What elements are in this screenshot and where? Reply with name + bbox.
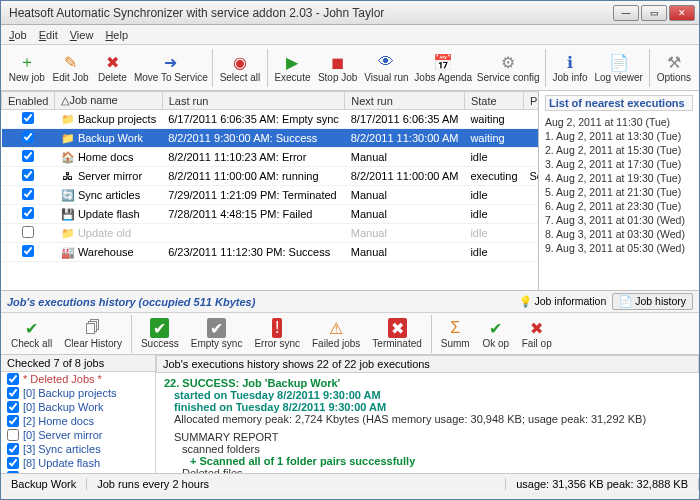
checklist-item[interactable]: [0] Server mirror	[1, 428, 155, 442]
checklist-item[interactable]: [0] Update old	[1, 470, 155, 473]
menu-help[interactable]: Help	[105, 29, 128, 41]
table-row[interactable]: 📁Backup projects 6/17/2011 6:06:35 AM: E…	[2, 110, 540, 129]
enable-checkbox[interactable]	[22, 207, 34, 219]
enable-checkbox[interactable]	[22, 131, 34, 143]
log-line: scanned folders	[182, 443, 691, 455]
menubar: Job Edit View Help	[1, 25, 699, 45]
table-row[interactable]: 🔄Sync articles 7/29/2011 1:21:09 PM: Ter…	[2, 186, 540, 205]
jobinfo-tab[interactable]: 💡 Job information	[519, 295, 607, 308]
enable-checkbox[interactable]	[22, 112, 34, 124]
menu-job[interactable]: Job	[9, 29, 27, 41]
checklist-item[interactable]: [0] Backup Work	[1, 400, 155, 414]
checklist-checkbox[interactable]	[7, 415, 19, 427]
maximize-button[interactable]: ▭	[641, 5, 667, 21]
table-row[interactable]: 🏭Warehouse 6/23/2011 11:12:30 PM: Succes…	[2, 243, 540, 262]
checklist-checkbox[interactable]	[7, 373, 19, 385]
enable-checkbox[interactable]	[22, 245, 34, 257]
filter-success-button[interactable]: ✔Success	[135, 316, 185, 351]
checklist-item[interactable]: [0] Backup projects	[1, 386, 155, 400]
toolbar-sep	[267, 49, 268, 87]
options-button[interactable]: ⚒Options	[653, 50, 695, 85]
col-nextrun[interactable]: Next run	[345, 92, 465, 110]
newjob-button[interactable]: ＋New job	[5, 50, 49, 85]
failop-button[interactable]: ✖Fail op	[516, 316, 558, 351]
table-row[interactable]: 📁Update old Manualidle	[2, 224, 540, 243]
toolbar-sep	[649, 49, 650, 87]
col-progress[interactable]: Progress	[524, 92, 540, 110]
log-line: finished on Tuesday 8/2/2011 9:30:00 AM	[174, 401, 691, 413]
log-icon: 📄	[609, 52, 629, 72]
jobinfo-button[interactable]: ℹJob info	[549, 50, 592, 85]
nearest-item: 9. Aug 3, 2011 at 05:30 (Wed)	[545, 241, 693, 255]
checklist-checkbox[interactable]	[7, 457, 19, 469]
stopjob-button[interactable]: ◼Stop Job	[314, 50, 361, 85]
job-icon: 🏭	[61, 246, 75, 259]
menu-view[interactable]: View	[70, 29, 94, 41]
jobhistory-tab[interactable]: 📄 Job history	[612, 293, 693, 310]
okop-icon: ✔	[489, 318, 502, 338]
table-row[interactable]: 💾Update flash 7/28/2011 4:48:15 PM: Fail…	[2, 205, 540, 224]
jobsagenda-button[interactable]: 📅Jobs Agenda	[412, 50, 475, 85]
checklist-item[interactable]: * Deleted Jobs *	[1, 372, 155, 386]
col-lastrun[interactable]: Last run	[162, 92, 345, 110]
job-icon: 💾	[61, 208, 75, 221]
nearest-item: 5. Aug 2, 2011 at 21:30 (Tue)	[545, 185, 693, 199]
checklist-checkbox[interactable]	[7, 429, 19, 441]
empty-icon: ✔	[207, 318, 226, 338]
filter-errorsync-button[interactable]: !Error sync	[248, 316, 306, 351]
table-row[interactable]: 🖧Server mirror 8/2/2011 11:00:00 AM: run…	[2, 167, 540, 186]
checklist-checkbox[interactable]	[7, 387, 19, 399]
calendar-icon: 📅	[433, 52, 453, 72]
col-enabled[interactable]: Enabled	[2, 92, 55, 110]
serviceconfig-button[interactable]: ⚙Service config	[475, 50, 542, 85]
status-bar: Backup Work Job runs every 2 hours usage…	[1, 473, 699, 493]
info-icon: ℹ	[567, 52, 573, 72]
status-usage: usage: 31,356 KB peak: 32,888 KB	[506, 478, 699, 490]
eye-icon: 👁	[378, 52, 394, 72]
filter-terminated-button[interactable]: ✖Terminated	[366, 316, 427, 351]
clearhistory-button[interactable]: 🗍Clear History	[58, 316, 128, 351]
enable-checkbox[interactable]	[22, 150, 34, 162]
editjob-button[interactable]: ✎Edit Job	[49, 50, 93, 85]
checklist-checkbox[interactable]	[7, 401, 19, 413]
menu-edit[interactable]: Edit	[39, 29, 58, 41]
checkall-button[interactable]: ✔Check all	[5, 316, 58, 351]
col-state[interactable]: State	[464, 92, 523, 110]
execution-log[interactable]: Job's executions history shows 22 of 22 …	[156, 355, 699, 473]
selectall-button[interactable]: ◉Select all	[216, 50, 264, 85]
jobs-grid[interactable]: Enabled △Job name Last run Next run Stat…	[1, 91, 539, 290]
enable-checkbox[interactable]	[22, 188, 34, 200]
filter-failed-button[interactable]: ⚠Failed jobs	[306, 316, 366, 351]
sum-icon: Σ	[450, 318, 460, 338]
logviewer-button[interactable]: 📄Log viewer	[591, 50, 645, 85]
table-row[interactable]: 📁Backup Work 8/2/2011 9:30:00 AM: Succes…	[2, 129, 540, 148]
bottom-split: Checked 7 of 8 jobs * Deleted Jobs * [0]…	[1, 355, 699, 473]
failed-icon: ⚠	[329, 318, 343, 338]
execute-button[interactable]: ▶Execute	[271, 50, 315, 85]
checklist-item[interactable]: [8] Update flash	[1, 456, 155, 470]
checklist-item[interactable]: [2] Home docs	[1, 414, 155, 428]
job-icon: 🏠	[61, 151, 75, 164]
movetoservice-button[interactable]: ➜Move To Service	[132, 50, 209, 85]
enable-checkbox[interactable]	[22, 169, 34, 181]
enable-checkbox[interactable]	[22, 226, 34, 238]
close-button[interactable]: ✕	[669, 5, 695, 21]
log-line: Deleted files	[182, 467, 691, 473]
window-buttons: — ▭ ✕	[613, 5, 695, 21]
summ-button[interactable]: ΣSumm	[435, 316, 476, 351]
filter-emptysync-button[interactable]: ✔Empty sync	[185, 316, 249, 351]
visualrun-button[interactable]: 👁Visual run	[361, 50, 412, 85]
log-line: started on Tuesday 8/2/2011 9:30:00 AM	[174, 389, 691, 401]
log-line: SUMMARY REPORT	[174, 431, 691, 443]
col-jobname[interactable]: △Job name	[55, 92, 162, 110]
table-row[interactable]: 🏠Home docs 8/2/2011 11:10:23 AM: ErrorMa…	[2, 148, 540, 167]
checklist-checkbox[interactable]	[7, 471, 19, 473]
delete-button[interactable]: ✖Delete	[92, 50, 132, 85]
nearest-item: 3. Aug 2, 2011 at 17:30 (Tue)	[545, 157, 693, 171]
history-header: Job's executions history (occupied 511 K…	[1, 291, 699, 313]
checklist-checkbox[interactable]	[7, 443, 19, 455]
okop-button[interactable]: ✔Ok op	[476, 316, 516, 351]
nearest-item: 1. Aug 2, 2011 at 13:30 (Tue)	[545, 129, 693, 143]
minimize-button[interactable]: —	[613, 5, 639, 21]
checklist-item[interactable]: [3] Sync articles	[1, 442, 155, 456]
